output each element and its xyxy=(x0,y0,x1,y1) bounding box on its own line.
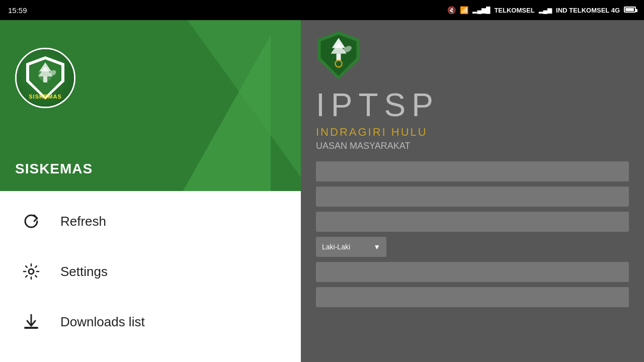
svg-point-7 xyxy=(29,269,34,274)
menu-item-downloads[interactable]: Downloads list xyxy=(0,297,301,347)
status-icons-area: 🔇 📶 ▂▄▆█ TELKOMSEL ▂▄▆ IND TELKOMSEL 4G xyxy=(447,6,636,14)
form-field-1[interactable] xyxy=(316,161,629,182)
navigation-drawer: SISKEMAS SISKEMAS Refresh xyxy=(0,20,301,362)
settings-icon xyxy=(20,260,42,283)
menu-downloads-label: Downloads list xyxy=(60,314,145,330)
svg-rect-5 xyxy=(43,76,47,82)
content-logo xyxy=(316,30,361,80)
header-triangle2 xyxy=(180,35,271,191)
status-time: 15:59 xyxy=(8,6,27,15)
drawer-app-name: SISKEMAS xyxy=(15,161,93,177)
download-icon xyxy=(20,311,42,333)
form-field-4[interactable] xyxy=(316,262,629,282)
content-service-text: UASAN MASYARAKAT xyxy=(316,141,629,151)
main-layout: SISKEMAS SISKEMAS Refresh xyxy=(0,20,644,362)
svg-rect-13 xyxy=(337,54,341,60)
dropdown-chevron-icon: ▼ xyxy=(373,243,380,251)
carrier2-label: IND TELKOMSEL 4G xyxy=(556,7,620,14)
refresh-icon xyxy=(20,210,42,232)
gender-select[interactable]: Laki-Laki ▼ xyxy=(316,237,386,257)
menu-item-settings[interactable]: Settings xyxy=(0,246,301,297)
avatar-inner: SISKEMAS xyxy=(17,49,74,107)
signal2-icon: ▂▄▆ xyxy=(539,7,552,14)
avatar: SISKEMAS xyxy=(15,48,75,108)
form-field-2[interactable] xyxy=(316,187,629,207)
drawer-header: SISKEMAS SISKEMAS xyxy=(0,20,301,191)
content-subtitle: INDRAGIRI HULU xyxy=(316,126,629,139)
carrier1-label: TELKOMSEL xyxy=(494,7,534,14)
menu-refresh-label: Refresh xyxy=(60,214,106,229)
form-field-3[interactable] xyxy=(316,212,629,232)
signal1-icon: ▂▄▆█ xyxy=(472,7,490,14)
form-section: Laki-Laki ▼ xyxy=(316,161,629,307)
battery-icon xyxy=(624,7,636,14)
form-row-gender: Laki-Laki ▼ xyxy=(316,237,629,257)
avatar-label: SISKEMAS xyxy=(17,94,74,100)
menu-item-refresh[interactable]: Refresh xyxy=(0,196,301,246)
status-bar: 15:59 🔇 📶 ▂▄▆█ TELKOMSEL ▂▄▆ IND TELKOMS… xyxy=(0,0,644,20)
menu-settings-label: Settings xyxy=(60,264,108,280)
wifi-icon: 📶 xyxy=(460,6,468,14)
content-inner: IPTSP INDRAGIRI HULU UASAN MASYARAKAT La… xyxy=(301,20,644,317)
content-area: IPTSP INDRAGIRI HULU UASAN MASYARAKAT La… xyxy=(301,20,644,362)
gender-select-value: Laki-Laki xyxy=(322,243,350,251)
svg-rect-8 xyxy=(24,327,38,329)
content-title: IPTSP xyxy=(316,86,629,124)
form-field-5[interactable] xyxy=(316,287,629,307)
drawer-menu: Refresh Settings xyxy=(0,191,301,362)
mute-icon: 🔇 xyxy=(447,6,456,14)
time-display: 15:59 xyxy=(8,6,27,15)
